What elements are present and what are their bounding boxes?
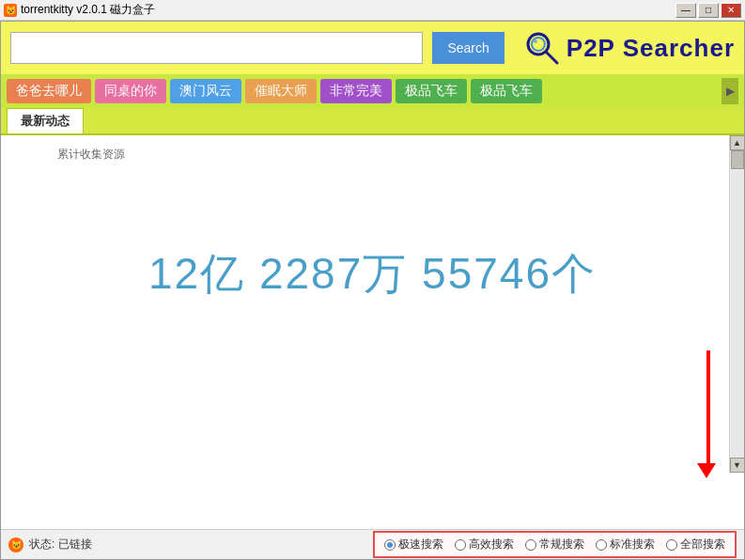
close-button[interactable]: ✕	[721, 3, 741, 18]
app-icon: 🐱	[4, 4, 17, 17]
category-scroll-button[interactable]: ▶	[722, 78, 738, 104]
mode-radio-4[interactable]	[666, 539, 677, 551]
mode-radio-1[interactable]	[455, 539, 466, 551]
mode-option-2[interactable]: 常规搜索	[525, 537, 584, 552]
svg-point-1	[532, 38, 545, 51]
cat-tag-4[interactable]: 非常完美	[320, 79, 392, 103]
content-area: 累计收集资源 12亿 2287万 55746个 ▲ ▼	[1, 135, 744, 529]
mode-option-0[interactable]: 极速搜索	[384, 537, 443, 552]
maximize-button[interactable]: □	[698, 3, 719, 18]
stat-number: 12亿 2287万 55746个	[1, 245, 744, 303]
header: Search P2P Searcher	[1, 22, 744, 74]
content-label: 累计收集资源	[1, 139, 744, 170]
scroll-up-arrow[interactable]: ▲	[730, 135, 745, 150]
scroll-thumb[interactable]	[731, 150, 744, 169]
cat-tag-2[interactable]: 澳门风云	[170, 79, 241, 103]
mode-radio-3[interactable]	[596, 539, 607, 551]
mode-label-2: 常规搜索	[539, 537, 584, 552]
right-scrollbar[interactable]: ▲ ▼	[729, 135, 744, 473]
search-button[interactable]: Search	[432, 32, 504, 64]
scroll-down-arrow[interactable]: ▼	[730, 458, 745, 473]
mode-option-1[interactable]: 高效搜索	[455, 537, 514, 552]
title-bar: 🐱 torrentkitty v2.0.1 磁力盒子 — □ ✕	[0, 0, 745, 21]
mode-radio-2[interactable]	[525, 539, 536, 551]
tab-latest[interactable]: 最新动态	[7, 108, 84, 133]
search-input[interactable]	[10, 32, 423, 64]
mode-label-3: 标准搜索	[610, 537, 655, 552]
status-text: 状态: 已链接	[29, 537, 92, 552]
status-left: 🐱 状态: 已链接	[8, 537, 92, 552]
mode-label-0: 极速搜索	[398, 537, 443, 552]
mode-radio-0[interactable]	[384, 539, 396, 551]
logo-text: P2P Searcher	[567, 34, 735, 63]
title-bar-left: 🐱 torrentkitty v2.0.1 磁力盒子	[4, 2, 155, 18]
logo-area: P2P Searcher	[523, 29, 735, 67]
arrow-line	[706, 350, 710, 463]
status-icon: 🐱	[8, 537, 23, 552]
scroll-track	[731, 150, 744, 458]
title-text: torrentkitty v2.0.1 磁力盒子	[21, 2, 155, 18]
category-row: 爸爸去哪儿 同桌的你 澳门风云 催眠大师 非常完美 极品飞车 极品飞车 ▶	[1, 74, 744, 108]
cat-tag-5[interactable]: 极品飞车	[396, 79, 467, 103]
cat-tag-3[interactable]: 催眠大师	[245, 79, 317, 103]
mode-label-4: 全部搜索	[680, 537, 725, 552]
tab-row: 最新动态	[1, 108, 744, 135]
cat-tag-1[interactable]: 同桌的你	[95, 79, 166, 103]
status-bar: 🐱 状态: 已链接 极速搜索 高效搜索 常规搜索 标准搜索 全部搜索	[1, 529, 744, 559]
arrow-head	[697, 463, 716, 478]
minimize-button[interactable]: —	[675, 3, 696, 18]
logo-icon	[523, 29, 561, 67]
svg-line-2	[546, 52, 557, 63]
mode-option-4[interactable]: 全部搜索	[666, 537, 725, 552]
title-bar-controls[interactable]: — □ ✕	[675, 3, 741, 18]
svg-point-3	[534, 39, 537, 43]
mode-option-3[interactable]: 标准搜索	[596, 537, 655, 552]
cat-tag-6[interactable]: 极品飞车	[471, 79, 542, 103]
main-window: Search P2P Searcher 爸爸去哪儿 同桌的你 澳门风云 催眠大师…	[0, 21, 745, 560]
search-modes: 极速搜索 高效搜索 常规搜索 标准搜索 全部搜索	[373, 531, 737, 558]
cat-tag-0[interactable]: 爸爸去哪儿	[7, 79, 91, 103]
mode-label-1: 高效搜索	[469, 537, 514, 552]
